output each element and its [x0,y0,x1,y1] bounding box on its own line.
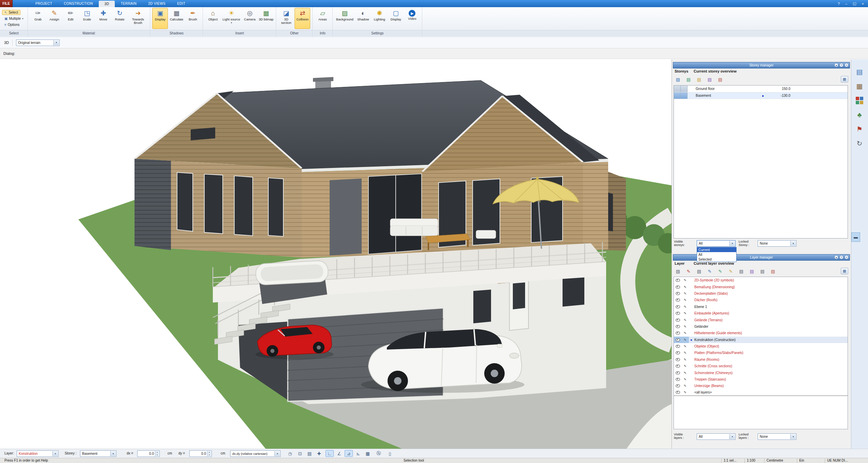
move-button[interactable]: ✚Move [95,8,111,29]
layer-edit-toggle[interactable]: ✎ [681,363,689,369]
layer-edit-toggle[interactable]: ✎ [681,389,689,396]
layer-edit-toggle[interactable]: ✎ [681,297,689,303]
panel-collapse-button[interactable]: ▴ [834,255,838,259]
layer-row[interactable]: ✎ Schnitte (Cross sections) [674,363,848,369]
toolbar-north-button[interactable]: Ⓝ [375,450,383,457]
layer-edit-toggle[interactable]: ✎ [681,376,689,383]
panel-collapse-button[interactable]: ▴ [834,63,838,67]
toolbar-clock-button[interactable]: ◷ [286,450,294,457]
layer-row[interactable]: ✎ Deckenplatten (Slabs) [674,290,848,297]
tab-terrain[interactable]: TERRAIN [115,0,142,7]
camera-button[interactable]: ◎Camera [242,8,257,29]
tab-layer[interactable]: Layer [675,261,684,265]
storey-tool-icon[interactable]: ▤ [674,76,682,83]
3d-section-button[interactable]: ◪3D section [278,8,294,29]
multiple-button[interactable]: ▣ Multiple ▾ [2,16,26,21]
storey-select[interactable]: Basement ▾ [80,450,116,457]
layer-edit-toggle[interactable]: ✎ [681,283,689,290]
layer-row[interactable]: ✎ Unterzüge (Beams) [674,383,848,389]
spinner-arrows[interactable]: ▴▾ [155,451,159,456]
toolbar-cross-button[interactable]: ✚ [315,450,323,457]
dropdown-item[interactable]: All [697,252,736,257]
layer-visibility-toggle[interactable] [674,343,681,350]
storey-toggle-2[interactable] [681,86,688,92]
tab-2d-views[interactable]: 2D VIEWS [142,0,171,7]
towards-brush-button[interactable]: ➜Towards Brush [128,8,148,29]
rotate-view-icon[interactable]: ↻ [854,138,865,149]
layer-row[interactable]: ✎ Schornsteine (Chimneys) [674,369,848,376]
assign-button[interactable]: ✎Assign [46,8,62,29]
close-icon[interactable]: × [862,2,864,6]
object-button[interactable]: ⌂Object [205,8,221,29]
layer-row[interactable]: ✎ Geländer [674,323,848,330]
layer-row[interactable]: ✎ Hilfselemente (Guide elements) [674,330,848,336]
layer-visibility-toggle[interactable] [674,277,681,283]
layer-visibility-toggle[interactable] [674,317,681,323]
storey-tool-icon[interactable]: ▤ [695,76,703,83]
layer-visibility-toggle[interactable] [674,376,681,383]
layer-visibility-toggle[interactable] [674,369,681,376]
layer-row[interactable]: ✎ <all layers> [674,389,848,396]
layer-row[interactable]: ✎ Ebene 1 [674,304,848,310]
toolbar-snap-angle-button[interactable]: ⊿ [345,450,353,457]
restore-icon[interactable]: ◱ [853,1,856,6]
layer-options-button[interactable]: ▦ [841,268,848,274]
toolbar-angle-alt-button[interactable]: ⊾ [354,450,362,457]
layer-row[interactable]: ✎ ● Konstruktion (Construction) [674,337,848,343]
outdoor-sofa[interactable] [390,219,438,236]
lighting-button[interactable]: ✺Lighting [372,8,387,29]
toolbar-screen-button[interactable]: ⊡ [296,450,304,457]
layer-edit-toggle[interactable]: ✎ [681,323,689,330]
layer-visibility-toggle[interactable] [674,363,681,369]
layer-edit-toggle[interactable]: ✎ [681,317,689,323]
layer-edit-toggle[interactable]: ✎ [681,277,689,283]
collapsed-panel-tab[interactable]: ▬ [851,232,860,242]
storey-options-button[interactable]: ▦ [841,76,848,82]
video-button[interactable]: ▶Video [404,8,420,29]
grab-button[interactable]: ✑Grab [30,8,46,29]
layer-row[interactable]: ✎ Platten (Platforms/Slabs/Panels) [674,350,848,356]
layer-visibility-toggle[interactable] [674,383,681,389]
layer-table[interactable]: ✎ 2D-Symbole (2D symbols) ✎ Bemaßung (Di… [674,277,848,429]
light-source-button[interactable]: ☀Light source▾ [221,8,241,29]
layer-edit-toggle[interactable]: ✎ [681,310,689,317]
layer-select[interactable]: Konstruktion ▾ [17,450,59,457]
panel-close-button[interactable]: × [845,255,849,259]
storey-row[interactable]: Basement ● -130.0 [674,92,848,99]
shadows-display-button[interactable]: ▣Display [152,8,168,29]
layer-visibility-toggle[interactable] [674,283,681,290]
layer-row[interactable]: ✎ Treppen (Staircases) [674,376,848,383]
layer-tool-icon[interactable]: ▤ [695,267,703,275]
3d-bitmap-button[interactable]: ▦3D bitmap [258,8,274,29]
layer-row[interactable]: ✎ 2D-Symbole (2D symbols) [674,277,848,283]
layer-edit-toggle[interactable]: ✎ [681,290,689,297]
options-button[interactable]: ≡ Options [2,22,22,27]
layer-edit-toggle[interactable]: ✎ [681,343,689,350]
layer-edit-toggle[interactable]: ✎ [681,304,689,310]
storey-toggle-1[interactable] [674,86,681,92]
layer-tool-icon[interactable]: ✎ [716,267,724,275]
layer-tool-icon[interactable]: ▤ [758,267,767,275]
tab-storeys[interactable]: Storeys [675,69,688,73]
toolbar-layers-button[interactable]: ▤ [305,450,314,457]
tab-project[interactable]: PROJECT [30,0,58,7]
layer-visibility-toggle[interactable] [674,290,681,297]
spinner-arrows[interactable]: ▴▾ [207,451,211,456]
storey-tool-icon[interactable]: ▤ [716,76,724,83]
layer-edit-toggle[interactable]: ✎ [681,337,689,343]
scale-button[interactable]: ◳Scale [79,8,95,29]
dy-input[interactable]: 0.0 ▴▾ [189,450,212,457]
layer-tool-icon[interactable]: ✎ [727,267,735,275]
storey-tool-icon[interactable]: ▤ [684,76,693,83]
terrain-select[interactable]: Original terrain ▾ [16,40,60,46]
toolbar-angle-button[interactable]: ∠ [335,450,343,457]
tab-3d[interactable]: 3D [99,1,115,7]
toolbar-ortho-button[interactable]: ∟ [326,450,334,457]
locked-layers-select[interactable]: None ▾ [758,433,796,440]
layer-tool-icon[interactable]: ▤ [674,267,682,275]
coordinate-mode-select[interactable]: dx,dy (relative cartesian) ▾ [230,450,281,457]
layer-tool-icon[interactable]: ▤ [737,267,745,275]
tab-construction[interactable]: CONSTRUCTION [58,0,98,7]
file-menu-button[interactable]: FILE [0,0,13,7]
layer-row[interactable]: ✎ Gelände (Terrains) [674,317,848,323]
